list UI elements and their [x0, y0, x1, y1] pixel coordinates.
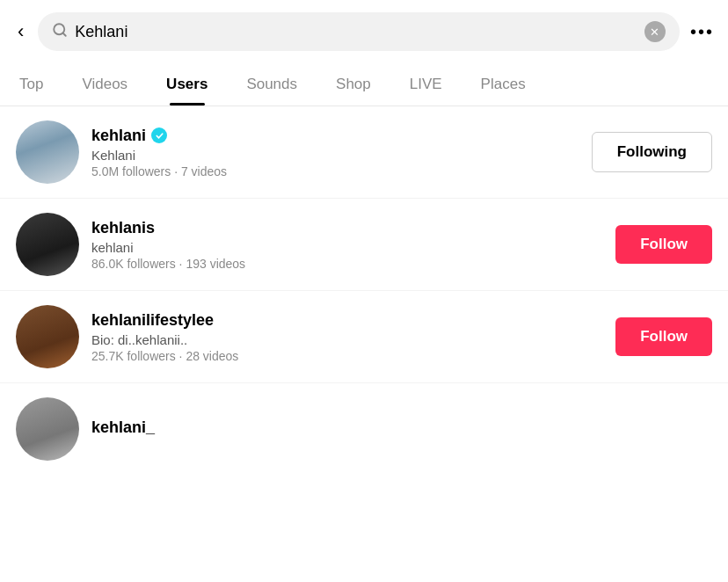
- user-info: kehlanis kehlani 86.0K followers · 193 v…: [91, 219, 603, 271]
- header: ‹ ✕ •••: [0, 0, 728, 63]
- display-name: Bio: di..kehlanii..: [91, 332, 603, 347]
- username-row: kehlanilifestylee: [91, 311, 603, 330]
- username-row: kehlanis: [91, 219, 603, 237]
- user-stats: 5.0M followers · 7 videos: [91, 164, 579, 178]
- search-input[interactable]: [75, 23, 637, 41]
- username-row: kehlani: [91, 127, 579, 145]
- follow-button[interactable]: Follow: [615, 225, 712, 264]
- avatar[interactable]: [16, 213, 79, 276]
- search-icon: [52, 22, 68, 42]
- svg-line-1: [63, 33, 66, 35]
- list-item: kehlani Kehlani 5.0M followers · 7 video…: [0, 106, 728, 199]
- username: kehlani_: [91, 418, 155, 437]
- tab-users[interactable]: Users: [147, 63, 227, 105]
- user-info: kehlani Kehlani 5.0M followers · 7 video…: [91, 127, 579, 178]
- display-name: Kehlani: [91, 148, 579, 163]
- tab-sounds[interactable]: Sounds: [227, 63, 317, 105]
- follow-button[interactable]: Follow: [615, 317, 712, 356]
- tab-live[interactable]: LIVE: [390, 63, 462, 105]
- tab-videos[interactable]: Videos: [62, 63, 147, 105]
- user-info: kehlani_: [91, 418, 712, 440]
- list-item: kehlanilifestylee Bio: di..kehlanii.. 25…: [0, 291, 728, 383]
- list-item: kehlani_: [0, 383, 728, 468]
- user-stats: 25.7K followers · 28 videos: [91, 349, 603, 363]
- user-stats: 86.0K followers · 193 videos: [91, 257, 603, 271]
- tab-places[interactable]: Places: [462, 63, 545, 105]
- avatar[interactable]: [16, 397, 79, 461]
- display-name: kehlani: [91, 240, 603, 255]
- user-info: kehlanilifestylee Bio: di..kehlanii.. 25…: [91, 311, 603, 363]
- following-button[interactable]: Following: [592, 132, 712, 172]
- username: kehlani: [91, 127, 146, 145]
- avatar[interactable]: [16, 305, 79, 368]
- search-bar: ✕: [38, 12, 680, 51]
- tab-shop[interactable]: Shop: [317, 63, 390, 105]
- tabs-nav: Top Videos Users Sounds Shop LIVE Places: [0, 63, 728, 106]
- username-row: kehlani_: [91, 418, 712, 437]
- avatar[interactable]: [16, 120, 79, 184]
- username: kehlanis: [91, 219, 155, 237]
- username: kehlanilifestylee: [91, 311, 214, 330]
- more-button[interactable]: •••: [690, 22, 714, 42]
- back-button[interactable]: ‹: [14, 17, 27, 47]
- list-item: kehlanis kehlani 86.0K followers · 193 v…: [0, 199, 728, 291]
- tab-top[interactable]: Top: [0, 63, 62, 105]
- clear-button[interactable]: ✕: [644, 21, 666, 42]
- verified-badge: [151, 127, 167, 143]
- user-list: kehlani Kehlani 5.0M followers · 7 video…: [0, 106, 728, 468]
